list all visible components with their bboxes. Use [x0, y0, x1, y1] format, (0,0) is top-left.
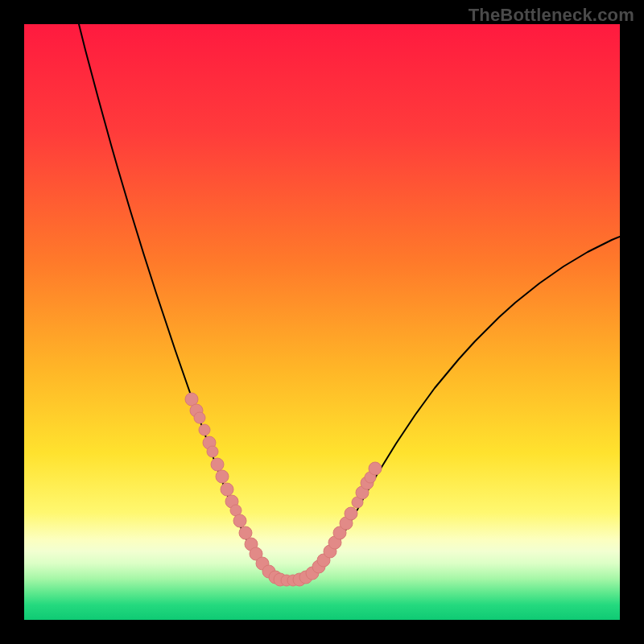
curve-marker — [221, 483, 233, 496]
chart-svg — [24, 24, 620, 620]
curve-marker — [207, 446, 218, 457]
curve-marker — [211, 458, 224, 471]
curve-marker — [239, 526, 252, 539]
curve-marker — [233, 514, 246, 527]
curve-marker — [216, 470, 229, 483]
curve-marker — [369, 462, 382, 475]
gradient-background — [24, 24, 620, 620]
curve-marker — [194, 412, 205, 423]
plot-area — [24, 24, 620, 620]
watermark-text: TheBottleneck.com — [469, 5, 634, 26]
curve-marker — [345, 507, 357, 520]
curve-marker — [199, 424, 210, 436]
chart-frame: TheBottleneck.com — [0, 0, 644, 644]
